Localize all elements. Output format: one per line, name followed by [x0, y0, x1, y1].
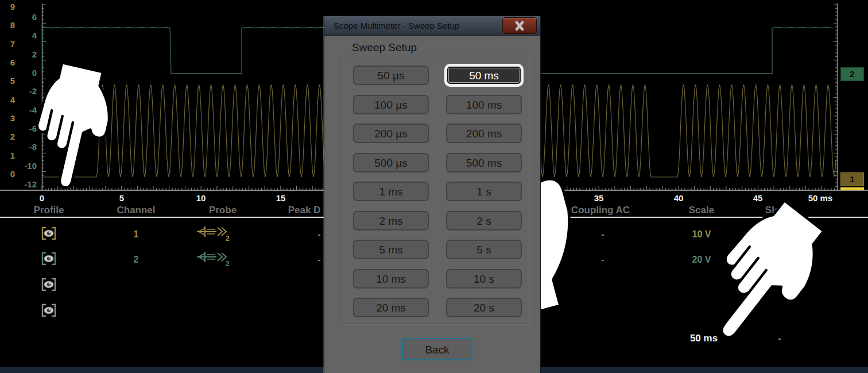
- y-axis-label-ch2: -12: [16, 179, 37, 190]
- probe-cell[interactable]: 2: [196, 225, 231, 244]
- channel-1-marker[interactable]: 1: [840, 172, 864, 186]
- profile-eye-toggle[interactable]: [41, 303, 56, 320]
- slope-cell[interactable]: -: [778, 229, 781, 240]
- sweep-option-100-ms[interactable]: 100 ms: [446, 95, 522, 114]
- sweep-option-10-ms[interactable]: 10 ms: [353, 269, 429, 289]
- column-header-peak-d: Peak D: [288, 205, 321, 216]
- x-axis-label: 15: [261, 193, 301, 203]
- x-axis-end-label: 50 ms: [800, 193, 840, 203]
- y-axis-label-ch2: 0: [16, 68, 37, 78]
- profile-eye-toggle[interactable]: [41, 278, 56, 294]
- y-axis-label-ch1: 4: [1, 95, 15, 105]
- sweep-option-100-µs[interactable]: 100 µs: [353, 95, 429, 114]
- close-icon: [514, 21, 525, 31]
- sweep-option-50-µs[interactable]: 50 µs: [353, 66, 429, 85]
- y-axis-label-ch2: 4: [16, 30, 37, 41]
- column-header-coupling-ac: Coupling AC: [571, 205, 630, 216]
- scale-cell[interactable]: 20 V: [692, 255, 711, 265]
- y-axis-label-ch2: -2: [16, 86, 37, 97]
- y-axis-label-ch2: -10: [16, 161, 37, 171]
- groupbox-label: Sweep Setup: [347, 41, 421, 54]
- column-header-channel: Channel: [117, 205, 155, 216]
- y-axis-label-ch2: -8: [16, 142, 37, 152]
- y-axis-label-ch1: 9: [1, 2, 15, 12]
- channel-2-marker[interactable]: 2: [840, 67, 864, 81]
- y-axis-label-ch1: 5: [1, 76, 15, 86]
- y-axis-label-ch1: 3: [1, 113, 15, 124]
- y-axis-label-ch1: 0: [1, 169, 15, 179]
- back-button[interactable]: Back: [402, 338, 472, 360]
- peak-detect-cell[interactable]: -: [317, 255, 320, 265]
- x-axis-label: 45: [738, 193, 778, 203]
- x-axis-label: 0: [22, 193, 62, 203]
- slope-cell[interactable]: -: [778, 255, 781, 265]
- sweep-option-500-µs[interactable]: 500 µs: [353, 153, 429, 172]
- peak-detect-cell[interactable]: -: [317, 229, 320, 240]
- x-axis-label: 35: [579, 193, 619, 203]
- sweep-option-50-ms[interactable]: 50 ms: [446, 66, 522, 85]
- x-axis-label: 40: [658, 193, 699, 203]
- y-axis-label-ch2: -4: [16, 105, 37, 116]
- eye-icon: [41, 303, 56, 317]
- sweep-option-500-ms[interactable]: 500 ms: [446, 153, 522, 172]
- sweep-option-2-s[interactable]: 2 s: [446, 211, 522, 230]
- channel-number-cell[interactable]: 2: [134, 255, 139, 265]
- coupling-cell[interactable]: -: [601, 255, 604, 265]
- sweep-option-1-s[interactable]: 1 s: [446, 182, 522, 201]
- sweep-option-10-s[interactable]: 10 s: [446, 269, 522, 289]
- y-axis-label-ch1: 8: [1, 20, 15, 30]
- sweep-option-2-ms[interactable]: 2 ms: [353, 211, 429, 230]
- eye-icon: [41, 278, 56, 291]
- eye-icon: [41, 252, 56, 266]
- y-axis-label-ch1: 1: [1, 151, 15, 161]
- probe-icon: 2: [196, 225, 231, 241]
- sweep-option-200-ms[interactable]: 200 ms: [446, 124, 522, 143]
- y-axis-label-ch2: -6: [16, 124, 37, 134]
- x-axis-label: 10: [181, 193, 221, 203]
- scale-cell[interactable]: 10 V: [692, 229, 711, 240]
- column-header-probe: Probe: [209, 205, 237, 216]
- column-header-scale: Scale: [689, 205, 714, 216]
- trigger-level-indicator: [840, 187, 864, 190]
- y-axis-label-ch2: 6: [16, 12, 37, 22]
- sweep-setup-dialog: Scope Multimeter - Sweep Setup Sweep Set…: [324, 16, 540, 373]
- svg-text:2: 2: [226, 234, 230, 241]
- eye-icon: [41, 226, 56, 240]
- channel-number-cell[interactable]: 1: [134, 229, 139, 240]
- sweep-option-1-ms[interactable]: 1 ms: [353, 182, 429, 201]
- sweep-option-20-ms[interactable]: 20 ms: [353, 298, 429, 317]
- profile-eye-toggle[interactable]: [41, 252, 56, 268]
- y-axis-label-ch1: 6: [1, 57, 15, 68]
- sweep-option-5-ms[interactable]: 5 ms: [353, 240, 429, 259]
- pointer-cursor-waveform: [25, 60, 119, 194]
- sweep-option-5-s[interactable]: 5 s: [446, 240, 522, 259]
- column-header-slope: Slope: [765, 205, 792, 216]
- x-axis-label: 5: [102, 193, 142, 203]
- scope-multimeter-app: 98765432106420-2-4-6-8-10-12051015202530…: [0, 0, 868, 373]
- y-axis-label-ch2: 2: [16, 49, 37, 60]
- y-axis-label-ch1: 7: [1, 39, 15, 49]
- probe-icon: 2: [196, 251, 231, 267]
- coupling-cell[interactable]: -: [601, 229, 604, 240]
- svg-text:2: 2: [226, 260, 230, 267]
- dialog-titlebar: Scope Multimeter - Sweep Setup: [324, 16, 540, 36]
- sweep-option-20-s[interactable]: 20 s: [446, 298, 522, 317]
- sweep-option-200-µs[interactable]: 200 µs: [353, 124, 429, 143]
- probe-cell[interactable]: 2: [196, 251, 231, 269]
- footer-slope-value: -: [778, 333, 781, 344]
- y-axis-label-ch1: 2: [1, 132, 15, 142]
- profile-eye-toggle[interactable]: [41, 226, 56, 243]
- column-header-profile: Profile: [34, 205, 64, 216]
- dialog-close-button[interactable]: [503, 18, 536, 33]
- sweep-value[interactable]: 50 ms: [690, 333, 718, 344]
